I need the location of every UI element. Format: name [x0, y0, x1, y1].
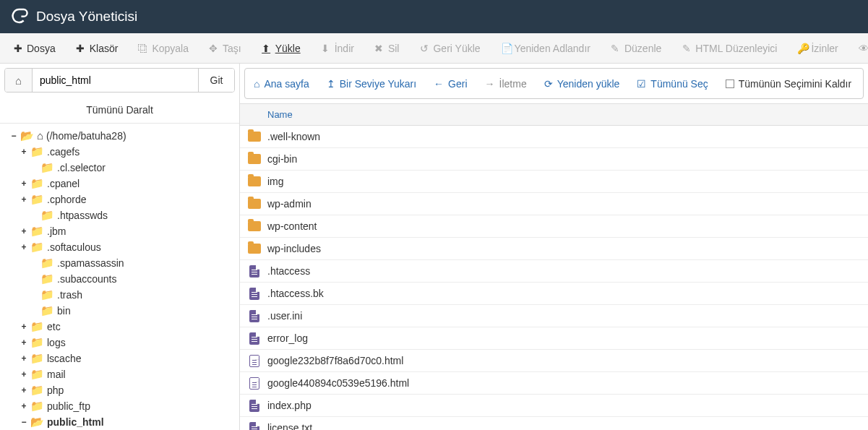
file-icon [246, 332, 263, 345]
expand-icon: + [20, 366, 27, 382]
tree-item-label: .cphorde [47, 192, 86, 207]
back-button[interactable]: ←Geri [425, 69, 476, 98]
path-home-button[interactable]: ⌂ [5, 69, 33, 92]
permissions-button[interactable]: 🔑İzinler [787, 33, 848, 63]
action-bar: ⌂Ana sayfa ↥Bir Seviye Yukarı ←Geri →İle… [244, 68, 864, 99]
file-name: img [263, 176, 284, 187]
copy-icon: ⿻ [138, 43, 147, 54]
file-row[interactable]: index.php [240, 395, 868, 417]
file-icon [246, 310, 263, 322]
move-button[interactable]: ✥Taşı [199, 33, 252, 63]
new-folder-button[interactable]: ✚Klasör [66, 33, 129, 63]
file-row[interactable]: img [240, 171, 868, 193]
main-toolbar: ✚Dosya ✚Klasör ⿻Kopyala ✥Taşı ⬆Yükle ⬇İn… [0, 33, 868, 64]
folder-icon [246, 154, 263, 164]
new-file-button[interactable]: ✚Dosya [3, 33, 66, 63]
file-row[interactable]: google440894c0539e5196.html [240, 372, 868, 395]
tree-item[interactable]: +📁logs [10, 335, 239, 351]
file-name: wp-content [263, 220, 317, 232]
file-row[interactable]: wp-content [240, 215, 868, 238]
file-row[interactable]: .well-known [240, 126, 868, 148]
collapse-all-button[interactable]: Tümünü Daralt [0, 97, 239, 124]
upload-button[interactable]: ⬆Yükle [252, 33, 311, 63]
tree-item[interactable]: +📁mail [10, 366, 239, 382]
folder-open-icon: 📂 [20, 128, 34, 144]
file-icon [246, 422, 263, 431]
main-area: ⌂ Git Tümünü Daralt −📂⌂ (/home/batuha28)… [0, 64, 868, 430]
reload-icon: ⟳ [544, 78, 553, 90]
path-input[interactable] [33, 69, 198, 92]
rename-icon: 📄 [501, 43, 510, 54]
folder-icon: 📁 [40, 303, 54, 319]
folder-icon [246, 244, 263, 254]
restore-button[interactable]: ↺Geri Yükle [409, 33, 490, 63]
file-row[interactable]: .user.ini [240, 305, 868, 327]
folder-icon: 📁 [30, 223, 44, 239]
tree-item[interactable]: 📁.spamassassin [10, 255, 239, 271]
file-name: wp-admin [263, 198, 311, 210]
tree-item[interactable]: −📂public_html [10, 414, 239, 430]
tree-item[interactable]: 📁.trash [10, 287, 239, 303]
tree-item[interactable]: 📁bin [10, 303, 239, 319]
tree-item[interactable]: +📁.jbm [10, 223, 239, 239]
file-row[interactable]: .htaccess.bk [240, 283, 868, 305]
tree-item[interactable]: +📁.cagefs [10, 144, 239, 160]
app-title: Dosya Yöneticisi [36, 9, 137, 25]
folder-icon: 📁 [30, 351, 44, 366]
tree-root-label: (/home/batuha28) [46, 128, 126, 144]
tree-item[interactable]: +📁php [10, 382, 239, 398]
forward-icon: → [485, 78, 495, 90]
path-go-button[interactable]: Git [198, 69, 234, 92]
tree-root[interactable]: −📂⌂ (/home/batuha28) [10, 128, 239, 144]
tree-item[interactable]: +📁.softaculous [10, 239, 239, 255]
folder-icon [246, 132, 263, 142]
reload-button[interactable]: ⟳Yeniden yükle [536, 69, 629, 98]
tree-item[interactable]: 📁.cl.selector [10, 160, 239, 176]
view-button[interactable]: 👁Gör [848, 33, 868, 63]
rename-button[interactable]: 📄Yeniden Adlandır [491, 33, 601, 63]
edit-button[interactable]: ✎Düzenle [601, 33, 671, 63]
tree-item[interactable]: +📁.cphorde [10, 192, 239, 207]
select-all-button[interactable]: ☑Tümünü Seç [628, 69, 716, 98]
tree-item[interactable]: +📁lscache [10, 351, 239, 366]
forward-button[interactable]: →İletme [476, 69, 536, 98]
edit-icon: ✎ [611, 43, 620, 54]
folder-icon: 📁 [30, 176, 44, 192]
brand: Dosya Yöneticisi [10, 7, 137, 27]
delete-button[interactable]: ✖Sil [364, 33, 410, 63]
tree-item[interactable]: +📁.cpanel [10, 176, 239, 192]
content-area: ⌂Ana sayfa ↥Bir Seviye Yukarı ←Geri →İle… [240, 64, 868, 430]
file-row[interactable]: cgi-bin [240, 148, 868, 171]
expand-icon: + [20, 335, 27, 351]
file-icon [246, 288, 263, 300]
deselect-all-button[interactable]: Tümünün Seçimini Kaldır [717, 69, 860, 98]
download-button[interactable]: ⬇İndir [311, 33, 364, 63]
file-row[interactable]: google232b8f7f8a6d70c0.html [240, 350, 868, 372]
sort-by-name[interactable]: Name [267, 109, 293, 120]
path-bar: ⌂ Git [4, 68, 235, 93]
file-name: .htaccess [263, 265, 310, 277]
file-row[interactable]: .htaccess [240, 260, 868, 283]
expand-icon: + [20, 382, 27, 398]
file-row[interactable]: wp-admin [240, 193, 868, 215]
folder-icon: 📁 [40, 287, 54, 303]
folder-icon: 📁 [30, 239, 44, 255]
restore-icon: ↺ [419, 43, 429, 54]
tree-item[interactable]: +📁etc [10, 319, 239, 335]
tree-item[interactable]: +📁public_ftp [10, 398, 239, 414]
file-row[interactable]: wp-includes [240, 238, 868, 260]
expand-icon: + [20, 223, 27, 239]
home-button[interactable]: ⌂Ana sayfa [245, 69, 318, 98]
tree-item[interactable]: 📁.subaccounts [10, 271, 239, 287]
tree-item-label: .cpanel [47, 176, 80, 192]
copy-button[interactable]: ⿻Kopyala [128, 33, 199, 63]
html-edit-button[interactable]: ✎HTML Düzenleyici [671, 33, 787, 63]
folder-icon: 📁 [40, 207, 54, 223]
tree-item-label: .trash [57, 287, 82, 303]
expand-icon: + [20, 144, 27, 160]
file-row[interactable]: license.txt [240, 417, 868, 430]
file-row[interactable]: error_log [240, 327, 868, 350]
tree-item[interactable]: 📁.htpasswds [10, 207, 239, 223]
home-icon: ⌂ [15, 74, 22, 87]
level-up-button[interactable]: ↥Bir Seviye Yukarı [318, 69, 425, 98]
